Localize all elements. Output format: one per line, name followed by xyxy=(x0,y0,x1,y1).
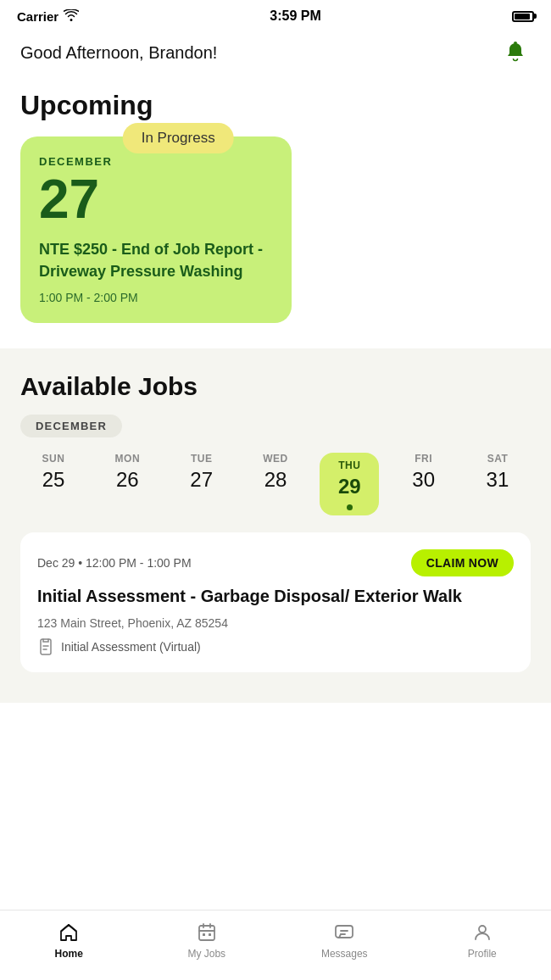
clip-icon xyxy=(37,638,54,655)
job-listing-address: 123 Main Street, Phoenix, AZ 85254 xyxy=(37,616,514,630)
cal-day-label: MON xyxy=(115,453,141,465)
wifi-icon xyxy=(64,9,79,24)
cal-day-num: 25 xyxy=(42,468,65,493)
calendar-row: SUN25MON26TUE27WED28THU29FRI30SAT31 xyxy=(20,453,531,515)
calendar-day-29[interactable]: THU29 xyxy=(320,453,379,515)
messages-icon xyxy=(332,921,356,944)
cal-day-num: 29 xyxy=(338,475,361,499)
svg-point-6 xyxy=(479,926,486,933)
nav-messages[interactable]: Messages xyxy=(310,921,378,960)
nav-home[interactable]: Home xyxy=(35,921,103,960)
status-left: Carrier xyxy=(17,9,79,24)
svg-rect-4 xyxy=(209,933,211,936)
in-progress-badge: In Progress xyxy=(123,123,234,153)
calendar-day-26[interactable]: MON26 xyxy=(97,453,157,493)
job-listing-card[interactable]: Dec 29 • 12:00 PM - 1:00 PMCLAIM NOWInit… xyxy=(20,532,531,672)
card-time: 1:00 PM - 2:00 PM xyxy=(39,291,273,304)
calendar-day-31[interactable]: SAT31 xyxy=(468,453,527,493)
card-title: NTE $250 - End of Job Report - Driveway … xyxy=(39,239,273,281)
job-listing-type: Initial Assessment (Virtual) xyxy=(37,638,514,655)
nav-profile-label: Profile xyxy=(468,948,497,960)
cal-day-label: TUE xyxy=(191,453,213,465)
cal-day-label: WED xyxy=(263,453,288,465)
calendar-day-27[interactable]: TUE27 xyxy=(172,453,231,493)
cal-day-num: 27 xyxy=(190,468,213,493)
upcoming-title: Upcoming xyxy=(20,90,531,121)
profile-icon xyxy=(470,921,494,944)
cal-active-dot xyxy=(347,504,353,510)
nav-my-jobs-label: My Jobs xyxy=(187,948,225,960)
calendar-day-30[interactable]: FRI30 xyxy=(394,453,454,493)
cal-day-label: SUN xyxy=(42,453,65,465)
nav-messages-label: Messages xyxy=(321,948,368,960)
cal-day-num: 30 xyxy=(412,468,435,493)
svg-rect-2 xyxy=(199,926,214,940)
card-day: 27 xyxy=(39,170,273,229)
greeting-text: Good Afternoon, Brandon! xyxy=(20,43,217,63)
status-time: 3:59 PM xyxy=(270,8,320,24)
my-jobs-icon xyxy=(195,921,219,944)
cal-day-label: FRI xyxy=(415,453,432,465)
header: Good Afternoon, Brandon! xyxy=(0,29,551,81)
svg-rect-5 xyxy=(336,926,353,938)
upcoming-section: Upcoming In Progress DECEMBER 27 NTE $25… xyxy=(0,81,551,348)
cal-day-label: SAT xyxy=(487,453,509,465)
job-type-label: Initial Assessment (Virtual) xyxy=(61,640,201,654)
battery-icon xyxy=(512,11,534,22)
nav-my-jobs[interactable]: My Jobs xyxy=(173,921,241,960)
notification-bell[interactable] xyxy=(500,37,531,68)
bottom-nav: Home My Jobs Messages xyxy=(0,910,551,980)
available-jobs-section: Available Jobs DECEMBER SUN25MON26TUE27W… xyxy=(0,348,551,703)
month-badge: DECEMBER xyxy=(20,415,122,437)
calendar-day-28[interactable]: WED28 xyxy=(246,453,305,493)
cal-day-label: THU xyxy=(338,459,360,471)
nav-home-label: Home xyxy=(55,948,83,960)
card-month: DECEMBER xyxy=(39,155,273,168)
claim-now-button[interactable]: CLAIM NOW xyxy=(411,549,514,576)
status-bar: Carrier 3:59 PM xyxy=(0,0,551,29)
carrier-label: Carrier xyxy=(17,9,58,24)
cal-day-num: 26 xyxy=(116,468,139,493)
cal-day-num: 28 xyxy=(264,468,287,493)
job-listing-header: Dec 29 • 12:00 PM - 1:00 PMCLAIM NOW xyxy=(37,549,514,576)
job-date-time: Dec 29 • 12:00 PM - 1:00 PM xyxy=(37,556,192,570)
job-listing-title: Initial Assessment - Garbage Disposal/ E… xyxy=(37,585,514,608)
svg-rect-0 xyxy=(514,42,517,44)
upcoming-job-card[interactable]: In Progress DECEMBER 27 NTE $250 - End o… xyxy=(20,136,292,323)
available-jobs-title: Available Jobs xyxy=(20,372,531,401)
nav-profile[interactable]: Profile xyxy=(448,921,516,960)
cal-day-num: 31 xyxy=(487,468,509,493)
calendar-day-25[interactable]: SUN25 xyxy=(24,453,83,493)
home-icon xyxy=(57,921,81,944)
svg-rect-3 xyxy=(203,933,205,936)
